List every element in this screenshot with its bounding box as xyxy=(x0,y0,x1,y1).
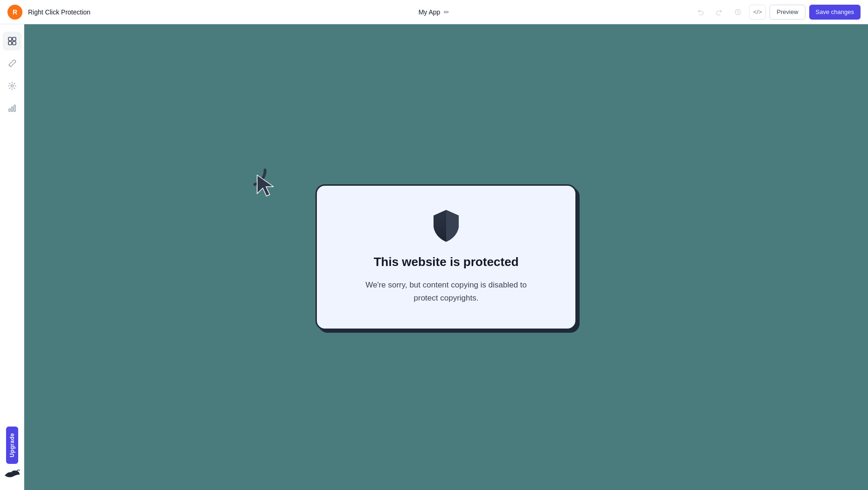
main-layout: Upgrade xyxy=(0,24,868,490)
header: R Right Click Protection My App ✏ xyxy=(0,0,868,24)
history-button[interactable] xyxy=(730,5,745,20)
sidebar-item-tools[interactable] xyxy=(3,54,21,73)
header-actions: </> Preview Save changes xyxy=(693,5,861,20)
sidebar-item-settings[interactable] xyxy=(3,77,21,95)
svg-rect-7 xyxy=(11,107,13,112)
svg-point-5 xyxy=(11,85,13,87)
header-title: Right Click Protection xyxy=(28,8,91,16)
protection-card: This website is protected We're sorry, b… xyxy=(315,184,577,329)
sidebar-item-analytics[interactable] xyxy=(3,99,21,118)
brand-bird-icon xyxy=(4,468,21,479)
upgrade-button[interactable]: Upgrade xyxy=(6,427,18,464)
code-editor-button[interactable]: </> xyxy=(749,5,766,20)
sidebar: Upgrade xyxy=(0,24,24,490)
undo-button[interactable] xyxy=(693,5,708,20)
preview-container: This website is protected We're sorry, b… xyxy=(315,184,577,329)
shield-icon-wrap xyxy=(430,208,462,245)
sidebar-item-grid[interactable] xyxy=(3,32,21,50)
app-logo: R xyxy=(7,5,22,20)
svg-rect-3 xyxy=(8,42,12,45)
svg-marker-10 xyxy=(257,175,273,196)
card-title: This website is protected xyxy=(374,255,519,269)
canvas-area: This website is protected We're sorry, b… xyxy=(24,24,868,490)
sidebar-bottom: Upgrade xyxy=(4,427,21,483)
app-name-label: My App xyxy=(419,8,441,16)
save-changes-button[interactable]: Save changes xyxy=(809,5,861,20)
edit-app-name-icon[interactable]: ✏ xyxy=(444,8,449,16)
cursor-with-loading xyxy=(222,142,278,198)
shield-icon xyxy=(430,208,462,245)
preview-button[interactable]: Preview xyxy=(770,5,805,20)
mouse-cursor-icon xyxy=(255,173,278,198)
svg-rect-1 xyxy=(8,37,12,41)
svg-rect-4 xyxy=(13,42,16,45)
svg-rect-8 xyxy=(14,105,15,112)
svg-rect-6 xyxy=(9,109,10,112)
redo-button[interactable] xyxy=(712,5,727,20)
header-center: My App ✏ xyxy=(419,8,450,16)
svg-rect-2 xyxy=(13,37,16,41)
card-description: We're sorry, but content copying is disa… xyxy=(357,279,535,304)
